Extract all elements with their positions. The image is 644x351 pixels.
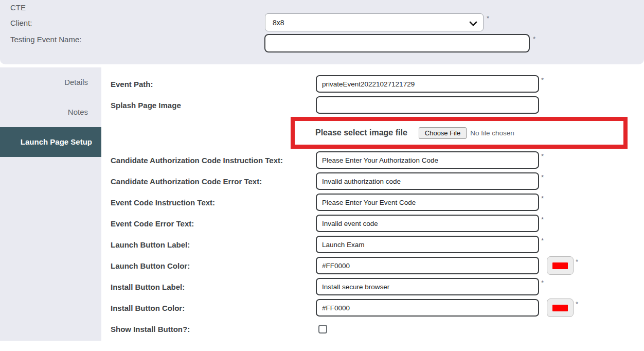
event-code-instruction-input[interactable] bbox=[316, 194, 539, 211]
event-path-label: Event Path: bbox=[111, 80, 316, 89]
show-install-button-label: Show Install Button?: bbox=[111, 325, 316, 334]
form-row-auth-code-error: Candidate Authorization Code Error Text:… bbox=[111, 172, 644, 190]
auth-code-instruction-label: Candidate Authorization Code Instruction… bbox=[111, 156, 316, 165]
event-code-error-label: Event Code Error Text: bbox=[111, 219, 316, 228]
app-title: CTE bbox=[10, 3, 26, 12]
form-row-event-path: Event Path: * bbox=[111, 75, 644, 93]
client-required-marker: * bbox=[487, 14, 489, 22]
required-marker: * bbox=[576, 300, 578, 308]
file-upload-highlight-box: Please select image file Choose File No … bbox=[291, 117, 628, 149]
install-button-label-label: Install Button Label: bbox=[111, 283, 316, 291]
required-marker: * bbox=[541, 173, 544, 181]
required-marker: * bbox=[541, 152, 544, 160]
required-marker: * bbox=[541, 279, 544, 287]
auth-code-instruction-input[interactable] bbox=[316, 151, 539, 169]
launch-button-label-input[interactable] bbox=[316, 236, 539, 253]
file-chosen-status: No file chosen bbox=[470, 129, 514, 137]
install-button-color-input[interactable] bbox=[316, 299, 539, 317]
form-row-show-install-button: Show Install Button?: bbox=[111, 320, 644, 338]
show-install-button-checkbox[interactable] bbox=[318, 325, 327, 334]
sidebar-nav: Details Notes Launch Page Setup bbox=[0, 67, 101, 341]
install-button-color-label: Install Button Color: bbox=[111, 304, 316, 312]
form-row-install-button-label: Install Button Label: * bbox=[111, 277, 644, 296]
install-color-picker-button[interactable] bbox=[547, 299, 574, 317]
choose-file-button[interactable]: Choose File bbox=[419, 127, 467, 139]
launch-page-setup-form: Event Path: * Splash Page Image Please s… bbox=[111, 75, 644, 341]
splash-page-image-input[interactable] bbox=[316, 96, 539, 114]
required-marker: * bbox=[541, 76, 544, 84]
event-code-instruction-label: Event Code Instruction Text: bbox=[111, 198, 316, 207]
client-label: Client: bbox=[10, 19, 32, 27]
sidebar-item-details[interactable]: Details bbox=[0, 67, 101, 97]
header-panel: CTE Client: 8x8 * Testing Event Name: * bbox=[0, 0, 644, 64]
install-button-label-input[interactable] bbox=[316, 278, 539, 295]
splash-page-image-label: Splash Page Image bbox=[111, 101, 316, 110]
form-row-event-code-error: Event Code Error Text: * bbox=[111, 214, 644, 233]
client-select-value: 8x8 bbox=[273, 19, 284, 27]
required-marker: * bbox=[541, 216, 544, 223]
event-name-label: Testing Event Name: bbox=[10, 35, 81, 44]
form-row-launch-button-label: Launch Button Label: * bbox=[111, 235, 644, 254]
required-marker: * bbox=[541, 237, 544, 244]
launch-color-picker-button[interactable] bbox=[547, 256, 574, 275]
form-row-auth-code-instruction: Candidate Authorization Code Instruction… bbox=[111, 151, 644, 169]
launch-button-color-label: Launch Button Color: bbox=[111, 261, 316, 270]
event-code-error-input[interactable] bbox=[316, 215, 539, 232]
form-row-splash-page-image: Splash Page Image bbox=[111, 96, 644, 114]
event-name-required-marker: * bbox=[533, 35, 535, 43]
sidebar-item-notes[interactable]: Notes bbox=[0, 97, 101, 127]
launch-button-label-label: Launch Button Label: bbox=[111, 240, 316, 249]
file-upload-prompt: Please select image file bbox=[315, 128, 407, 137]
launch-color-swatch bbox=[552, 262, 568, 269]
form-row-event-code-instruction: Event Code Instruction Text: * bbox=[111, 193, 644, 212]
client-select[interactable]: 8x8 bbox=[265, 13, 484, 31]
form-row-install-button-color: Install Button Color: * bbox=[111, 299, 644, 317]
required-marker: * bbox=[576, 258, 578, 266]
auth-code-error-input[interactable] bbox=[316, 172, 539, 190]
sidebar-item-launch-page-setup[interactable]: Launch Page Setup bbox=[0, 127, 101, 157]
event-path-input[interactable] bbox=[316, 75, 539, 93]
launch-button-color-input[interactable] bbox=[316, 257, 539, 274]
chevron-down-icon bbox=[469, 20, 477, 28]
form-row-launch-button-color: Launch Button Color: * bbox=[111, 256, 644, 275]
install-color-swatch bbox=[552, 305, 568, 311]
required-marker: * bbox=[541, 195, 544, 202]
auth-code-error-label: Candidate Authorization Code Error Text: bbox=[111, 177, 316, 186]
testing-event-name-input[interactable] bbox=[264, 34, 530, 52]
